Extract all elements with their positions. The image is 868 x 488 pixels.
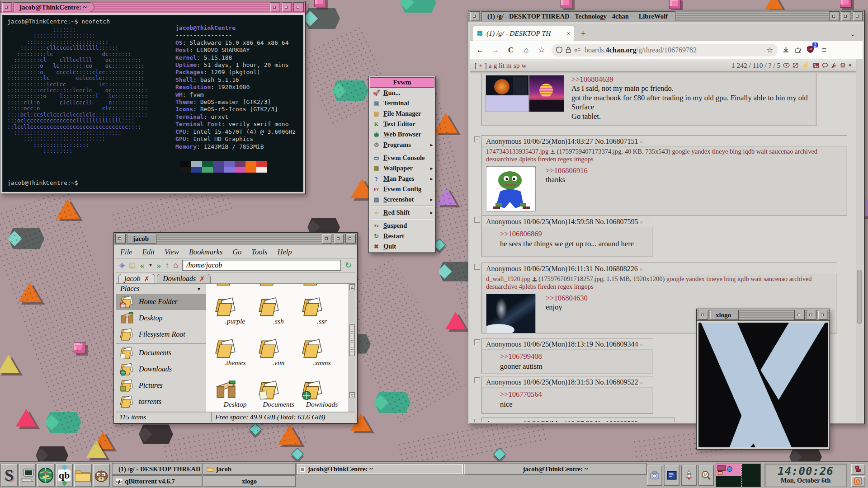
zoom-icon[interactable] — [293, 2, 304, 12]
post-number[interactable]: No.106809522 — [595, 378, 638, 386]
task-terminal-active[interactable]: jacob@ThinkCentre: ~ — [296, 463, 463, 475]
file-item-downloads[interactable]: Downloads — [301, 380, 343, 408]
task-terminal-2[interactable]: jacob@ThinkCentre: ~ — [464, 463, 647, 475]
file-manager-titlebar[interactable]: jacob — [114, 233, 357, 244]
chevron-down-icon[interactable]: ▾ — [849, 62, 851, 68]
ublock-origin-icon[interactable]: u0 2 — [807, 45, 814, 55]
close-icon[interactable] — [698, 310, 708, 320]
minimize-icon[interactable] — [270, 2, 280, 12]
task-jacob-filemanager[interactable]: jacob — [203, 463, 296, 475]
post-menu-icon[interactable]: ˅ — [640, 380, 642, 385]
file-view[interactable]: .purple.ssh.ssr.themes.vim.xmmsDesktopDo… — [206, 284, 349, 412]
file-manager-launcher[interactable] — [74, 464, 92, 487]
vaporwave-thumbnail[interactable] — [529, 75, 564, 112]
board-links[interactable]: [ + ] a g lit m sp w — [475, 61, 527, 70]
logout-button[interactable] — [851, 464, 865, 475]
file-link[interactable]: 1747343133935437.jpg — [486, 148, 548, 155]
screenshot-tool-button[interactable] — [647, 465, 662, 486]
quote-link[interactable]: >>106806916 — [546, 166, 588, 175]
tab-jacob[interactable]: jacob✗ — [118, 274, 155, 283]
menu-item-wallpaper[interactable]: ▦Wallpaper▸ — [370, 163, 434, 174]
download-icon[interactable] — [532, 277, 537, 282]
tab-close-icon[interactable]: ✗ — [199, 275, 205, 283]
places-header[interactable]: Places▼ — [116, 284, 206, 294]
scroll-up-icon[interactable]: △ — [349, 284, 355, 290]
extensions-puzzle-icon[interactable] — [794, 46, 802, 54]
menu-item-file-manager[interactable]: ▨File Manager — [370, 108, 434, 119]
menu-item-web-browser[interactable]: ◉Web Browser — [370, 129, 434, 140]
list-all-tabs-icon[interactable]: ⌄ — [845, 30, 860, 41]
pepe-thumbnail[interactable] — [486, 166, 536, 211]
tab-close-icon[interactable]: ✗ — [144, 275, 150, 283]
back-icon[interactable]: ← — [475, 46, 486, 55]
post-menu-icon[interactable]: ˅ — [640, 422, 642, 422]
menu-item-suspend[interactable]: ZzSuspend — [370, 221, 434, 231]
expand-icon[interactable] — [793, 62, 798, 68]
file-item-dot-xmms[interactable]: .xmms — [301, 338, 343, 367]
file-item-dot-themes[interactable]: .themes — [214, 338, 256, 367]
quote-link[interactable]: >>106804630 — [546, 294, 588, 303]
slackware-launcher[interactable]: S — [0, 464, 18, 487]
permissions-icon[interactable] — [574, 48, 581, 52]
post-menu-icon[interactable]: ˅ — [640, 220, 642, 225]
menu-bookmarks[interactable]: Bookmarks — [189, 248, 222, 257]
file-item-documents[interactable]: Documents — [258, 380, 299, 408]
menu-item-terminal[interactable]: ▣Terminal — [370, 98, 434, 108]
page-scrollbar[interactable] — [856, 59, 863, 422]
menu-view[interactable]: View — [165, 248, 179, 257]
minimize-icon[interactable] — [794, 310, 805, 320]
quote-link[interactable]: >>106799408 — [500, 352, 649, 361]
menu-item-screenshot[interactable]: ▧Screenshot▸ — [370, 194, 434, 205]
url-text[interactable]: boards.4chan.org/g/thread/106769782 — [585, 46, 697, 54]
menu-item-man-pages[interactable]: ?Man Pages▸ — [370, 174, 434, 184]
post-menu-icon[interactable]: ˅ — [640, 342, 642, 347]
quote-link[interactable]: >>106806869 — [500, 230, 649, 239]
home-icon[interactable]: ⌂ — [173, 261, 178, 269]
maximize-icon[interactable] — [806, 310, 816, 320]
xlogo-window[interactable]: xlogo — [696, 309, 830, 450]
zoom-icon[interactable] — [853, 11, 863, 21]
collapse-post-icon[interactable]: − — [474, 419, 480, 422]
shutdown-button[interactable] — [851, 476, 865, 487]
reload-icon[interactable]: ↻ — [345, 261, 352, 269]
up-icon[interactable]: ↑ — [165, 261, 169, 269]
file-item-dot-vim[interactable]: .vim — [258, 338, 299, 367]
url-bar[interactable]: boards.4chan.org/g/thread/106769782 ☆ — [552, 44, 778, 56]
zoom-icon[interactable] — [818, 310, 828, 320]
terminal-content[interactable]: jacob@ThinkCentre:~$ neofetch ::::::: ::… — [2, 15, 303, 192]
shield-icon[interactable] — [556, 47, 562, 53]
forward-icon[interactable]: » — [157, 261, 161, 270]
quick-reply-icon[interactable] — [822, 63, 828, 68]
back-icon[interactable]: « — [140, 261, 144, 270]
file-item-dot-ssh[interactable]: .ssh — [258, 296, 299, 325]
post-number[interactable]: No.106807595 — [595, 218, 638, 225]
menu-hamburger-icon[interactable]: ≡ — [819, 45, 830, 55]
titlebar-stripes[interactable] — [96, 2, 269, 12]
file-item-cropped[interactable] — [258, 284, 299, 286]
qbittorrent-launcher[interactable]: qb — [56, 464, 73, 487]
new-tab-button[interactable]: + — [577, 28, 589, 41]
lock-icon[interactable] — [566, 47, 571, 53]
menu-help[interactable]: Help — [278, 248, 292, 257]
terminal-launcher[interactable] — [19, 464, 36, 487]
sidebar-item-filesystem-root[interactable]: Filesystem Root — [116, 326, 206, 343]
gimp-launcher[interactable] — [93, 464, 110, 487]
menu-item-restart[interactable]: ↻Restart — [370, 231, 434, 241]
close-icon[interactable] — [115, 234, 126, 244]
titlebar-stripes[interactable] — [158, 234, 321, 244]
task-qbittorrent[interactable]: qb qBittorrent v4.6.7 — [112, 475, 203, 487]
bookmark-star-icon[interactable]: ☆ — [767, 46, 773, 54]
file-link[interactable]: d_wall_1920.jpg — [486, 275, 530, 282]
settings-wrench-icon[interactable] — [831, 62, 837, 69]
refresh-bolt-icon[interactable]: ⚡ — [801, 61, 810, 70]
back-history-chevron-icon[interactable]: ▼ — [148, 263, 153, 267]
file-item-dot-purple[interactable]: .purple — [214, 296, 256, 325]
maximize-icon[interactable] — [841, 11, 851, 21]
tab-downloads[interactable]: Downloads✗ — [157, 274, 211, 283]
file-manager-window[interactable]: jacob File Edit View Bookmarks Go Tools … — [113, 232, 358, 424]
menu-edit[interactable]: Edit — [142, 248, 155, 257]
xlogo-titlebar[interactable]: xlogo — [697, 309, 830, 321]
close-icon[interactable] — [470, 11, 480, 21]
collapse-post-icon[interactable]: − — [474, 377, 480, 383]
zoom-icon[interactable] — [345, 234, 356, 244]
